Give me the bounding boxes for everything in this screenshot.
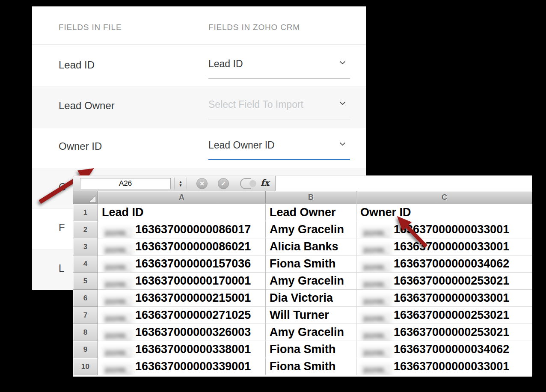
corner-triangle-icon (89, 195, 96, 203)
confirm-entry-button[interactable]: ✓ (218, 178, 229, 189)
row-header[interactable]: 4 (73, 255, 98, 273)
cell-value: 163637000000253021 (394, 309, 509, 321)
select-underline (208, 119, 350, 119)
red-arrow-to-owner-id-column (384, 208, 440, 255)
row-header[interactable]: 3 (73, 238, 98, 255)
sheet-grid: 1 Lead ID Lead Owner Owner ID 2 zcrm_163… (73, 204, 532, 375)
cell-value: Fiona Smith (270, 360, 336, 373)
sheet-row: 5 zcrm_163637000000170001 Amy Gracelin z… (73, 273, 532, 290)
sheet-cell-a[interactable]: zcrm_163637000000170001 (98, 273, 266, 290)
sheet-cell-b[interactable]: Lead Owner (266, 204, 356, 221)
sheet-cell-b[interactable]: Fiona Smith (266, 358, 356, 375)
spreadsheet-window: A26 ▲ ▼ ✕ ✓ fx A B C 1 Lead ID (73, 175, 532, 377)
check-icon: ✓ (221, 180, 226, 187)
sheet-row: 1 Lead ID Lead Owner Owner ID (73, 204, 532, 221)
column-header-b[interactable]: B (266, 191, 356, 204)
sheet-cell-b[interactable]: Amy Gracelin (266, 273, 356, 290)
cell-value: 163637000000034062 (394, 257, 509, 270)
row-header[interactable]: 10 (73, 358, 98, 375)
crm-field-select[interactable]: Select Field To Import (208, 87, 350, 128)
sheet-cell-a[interactable]: zcrm_163637000000326003 (98, 324, 266, 341)
sheet-cell-c[interactable]: zcrm_163637000000033001 (356, 290, 532, 307)
sheet-cell-c[interactable]: zcrm_163637000000033001 (356, 358, 532, 375)
blurred-prefix: zcrm_ (360, 261, 392, 273)
sheet-cell-b[interactable]: Will Turner (266, 307, 356, 324)
sheet-cell-c[interactable]: zcrm_163637000000253021 (356, 324, 532, 341)
file-field-label: F (59, 222, 65, 234)
cell-value: Lead Owner (270, 206, 336, 219)
cell-value: Fiona Smith (270, 257, 336, 270)
blurred-prefix: zcrm_ (360, 364, 392, 375)
blurred-prefix: zcrm_ (360, 278, 392, 290)
blurred-prefix: zcrm_ (102, 261, 134, 273)
row-header[interactable]: 9 (73, 341, 98, 358)
blurred-prefix: zcrm_ (102, 364, 134, 375)
cell-value: 163637000000086017 (135, 223, 251, 236)
cancel-entry-button[interactable]: ✕ (196, 178, 208, 189)
row-header[interactable]: 6 (73, 290, 98, 307)
sheet-cell-a[interactable]: zcrm_163637000000157036 (98, 255, 266, 273)
function-fx-button[interactable]: fx (261, 178, 270, 188)
sheet-cell-c[interactable]: zcrm_163637000000033001 (356, 221, 532, 238)
mapping-row: Lead ID Lead ID (32, 46, 366, 87)
crm-field-value: Select Field To Import (208, 99, 303, 110)
row-header[interactable]: 7 (73, 307, 98, 324)
cell-value: 163637000000034062 (394, 343, 509, 356)
sheet-cell-c[interactable]: zcrm_163637000000034062 (356, 341, 532, 358)
sheet-cell-c[interactable]: zcrm_163637000000034062 (356, 255, 532, 273)
sheet-cell-a[interactable]: zcrm_163637000000215001 (98, 290, 266, 307)
crm-field-select[interactable]: Lead ID (208, 46, 350, 87)
cell-value: 163637000000253021 (394, 274, 509, 287)
cell-reference-box[interactable]: A26 (80, 178, 171, 189)
sheet-cell-c[interactable]: Owner ID (356, 204, 532, 221)
sheet-cell-a[interactable]: zcrm_163637000000086021 (98, 238, 266, 255)
blurred-prefix: zcrm_ (102, 347, 134, 358)
blurred-prefix: zcrm_ (360, 330, 392, 341)
row-header[interactable]: 5 (73, 273, 98, 290)
row-header[interactable]: 1 (73, 204, 98, 221)
screenshot-canvas: FIELDS IN FILE FIELDS IN ZOHO CRM Lead I… (0, 0, 546, 392)
mapping-row: Lead Owner Select Field To Import (32, 87, 366, 128)
blurred-prefix: zcrm_ (102, 312, 134, 324)
sheet-cell-a[interactable]: zcrm_163637000000271025 (98, 307, 266, 324)
sheet-cell-c[interactable]: zcrm_163637000000033001 (356, 238, 532, 255)
sheet-row: 6 zcrm_163637000000215001 Dia Victoria z… (73, 290, 532, 307)
sheet-cell-b[interactable]: Alicia Banks (266, 238, 356, 255)
stepper-down-icon: ▼ (179, 184, 183, 187)
cell-value: Will Turner (270, 309, 329, 321)
crm-field-select[interactable]: Lead Owner ID (208, 128, 350, 168)
sheet-cell-b[interactable]: Fiona Smith (266, 341, 356, 358)
sheet-cell-c[interactable]: zcrm_163637000000253021 (356, 307, 532, 324)
sheet-cell-a[interactable]: Lead ID (98, 204, 266, 221)
cell-reference-stepper[interactable]: ▲ ▼ (174, 178, 187, 190)
cell-value: Lead ID (102, 206, 144, 219)
cell-value: Fiona Smith (270, 343, 336, 356)
sheet-row: 4 zcrm_163637000000157036 Fiona Smith zc… (73, 255, 532, 273)
formula-input[interactable] (276, 176, 532, 191)
column-header-c[interactable]: C (356, 191, 532, 204)
sheet-cell-c[interactable]: zcrm_163637000000253021 (356, 273, 532, 290)
sheet-cell-b[interactable]: Dia Victoria (266, 290, 356, 307)
file-field-label: Owner ID (59, 140, 102, 152)
sheet-cell-a[interactable]: zcrm_163637000000339001 (98, 358, 266, 375)
mapping-header: FIELDS IN FILE FIELDS IN ZOHO CRM (32, 6, 366, 44)
row-header[interactable]: 2 (73, 221, 98, 238)
sheet-cell-a[interactable]: zcrm_163637000000338001 (98, 341, 266, 358)
row-header[interactable]: 8 (73, 324, 98, 341)
cell-value: 163637000000033001 (394, 291, 509, 304)
chevron-down-icon (339, 61, 346, 65)
file-field-label: Lead Owner (59, 100, 115, 112)
sheet-cell-b[interactable]: Amy Gracelin (266, 324, 356, 341)
chevron-down-icon (339, 142, 346, 146)
sheet-row: 9 zcrm_163637000000338001 Fiona Smith zc… (73, 341, 532, 358)
column-header-a[interactable]: A (98, 191, 266, 204)
sheet-cell-a[interactable]: zcrm_163637000000086017 (98, 221, 266, 238)
sheet-row: 8 zcrm_163637000000326003 Amy Gracelin z… (73, 324, 532, 341)
sheet-cell-b[interactable]: Fiona Smith (266, 255, 356, 273)
sheet-row: 10 zcrm_163637000000339001 Fiona Smith z… (73, 358, 532, 375)
sheet-cell-b[interactable]: Amy Gracelin (266, 221, 356, 238)
select-all-corner[interactable] (73, 191, 98, 204)
cell-value: 163637000000086021 (135, 240, 251, 253)
crm-field-value: Lead ID (208, 58, 243, 70)
select-underline (208, 159, 350, 160)
